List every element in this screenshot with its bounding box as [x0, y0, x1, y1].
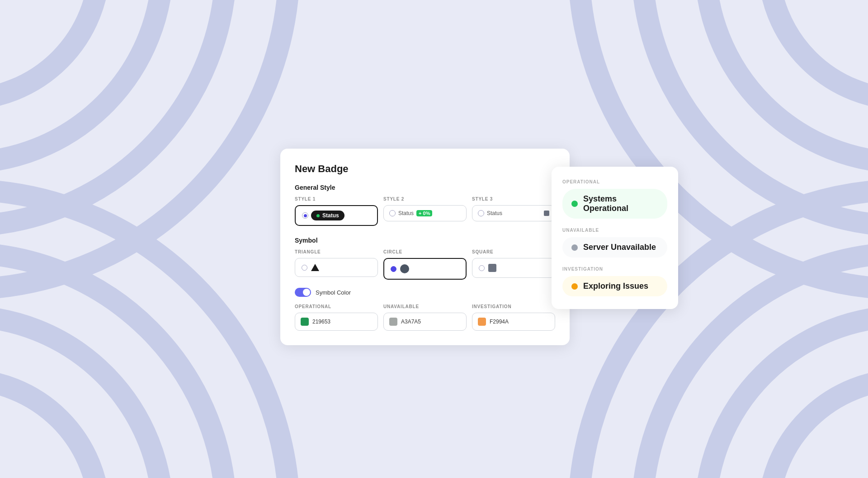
unavailable-dot: [571, 244, 578, 251]
square-radio: [479, 265, 485, 271]
svg-point-1: [0, 0, 163, 163]
style3-square-icon: [544, 211, 549, 216]
investigation-color-sublabel: INVESTIGATION: [472, 304, 555, 309]
preview-unavailable: UNAVAILABLE Server Unavailable: [562, 228, 667, 258]
panel-title: New Badge: [295, 163, 555, 175]
triangle-sublabel: TRIANGLE: [295, 249, 378, 254]
style2-radio: [389, 210, 396, 216]
style1-col: STYLE 1 Status: [295, 197, 378, 226]
triangle-radio: [302, 265, 307, 271]
style3-option[interactable]: Status: [472, 205, 555, 221]
square-option[interactable]: [472, 258, 555, 278]
style-row: STYLE 1 Status STYLE 2 Status: [295, 197, 555, 226]
style1-sublabel: STYLE 1: [295, 197, 378, 202]
style2-col: STYLE 2 Status + 0%: [383, 197, 467, 226]
preview-operational: OPERATIONAL Systems Operational: [562, 179, 667, 219]
operational-color-input[interactable]: 219653: [295, 313, 378, 331]
svg-point-4: [769, 0, 868, 99]
symbol-triangle-col: TRIANGLE: [295, 249, 378, 280]
general-style-label: General Style: [295, 184, 555, 191]
unavailable-color-sublabel: UNAVAILABLE: [383, 304, 467, 309]
square-icon: [488, 264, 496, 272]
preview-operational-label: OPERATIONAL: [562, 179, 667, 184]
style2-text: Status: [398, 210, 414, 216]
square-sublabel: SQUARE: [472, 249, 555, 254]
svg-point-0: [0, 0, 99, 99]
investigation-swatch: [478, 318, 486, 326]
style2-badge: + 0%: [416, 210, 432, 216]
style2-option[interactable]: Status + 0%: [383, 205, 467, 221]
svg-point-13: [705, 316, 868, 478]
style3-col: STYLE 3 Status: [472, 197, 555, 226]
operational-swatch: [301, 318, 309, 326]
svg-point-12: [769, 380, 868, 478]
investigation-text: Exploring Issues: [583, 281, 648, 291]
new-badge-panel: New Badge General Style STYLE 1 Status: [280, 149, 570, 345]
svg-point-3: [0, 0, 289, 289]
unavailable-text: Server Unavailable: [583, 243, 656, 252]
svg-point-10: [0, 253, 226, 478]
investigation-color-input[interactable]: F2994A: [472, 313, 555, 331]
operational-color-col: OPERATIONAL 219653: [295, 304, 378, 331]
symbol-row: TRIANGLE CIRCLE SQUARE: [295, 249, 555, 280]
symbol-label: Symbol: [295, 237, 555, 244]
svg-point-11: [0, 190, 289, 478]
style2-sublabel: STYLE 2: [383, 197, 467, 202]
style1-dot-outer: [302, 212, 308, 219]
style1-dot-inner: [304, 214, 307, 217]
unavailable-color-col: UNAVAILABLE A3A7A5: [383, 304, 467, 331]
investigation-color-col: INVESTIGATION F2994A: [472, 304, 555, 331]
preview-unavailable-label: UNAVAILABLE: [562, 228, 667, 233]
operational-color-value: 219653: [312, 319, 330, 325]
investigation-color-value: F2994A: [490, 319, 509, 325]
svg-point-2: [0, 0, 226, 226]
operational-text: Systems Operational: [583, 194, 658, 213]
preview-operational-badge: Systems Operational: [562, 189, 667, 219]
pill-dot: [316, 214, 320, 217]
toggle-knob: [303, 289, 310, 296]
symbol-color-label: Symbol Color: [316, 289, 351, 296]
style3-text: Status: [487, 210, 541, 216]
style3-radio: [478, 210, 484, 216]
main-container: New Badge General Style STYLE 1 Status: [280, 149, 588, 329]
investigation-dot: [571, 283, 578, 290]
unavailable-color-input[interactable]: A3A7A5: [383, 313, 467, 331]
svg-point-8: [0, 380, 99, 478]
circle-option[interactable]: [383, 258, 467, 280]
operational-color-sublabel: OPERATIONAL: [295, 304, 378, 309]
preview-unavailable-badge: Server Unavailable: [562, 237, 667, 258]
circle-radio: [391, 266, 396, 272]
symbol-color-toggle[interactable]: [295, 288, 311, 297]
preview-investigation-badge: Exploring Issues: [562, 276, 667, 296]
color-row: OPERATIONAL 219653 UNAVAILABLE A3A7A5 IN…: [295, 304, 555, 331]
unavailable-swatch: [389, 318, 397, 326]
circle-sublabel: CIRCLE: [383, 249, 467, 254]
unavailable-color-value: A3A7A5: [401, 319, 421, 325]
triangle-option[interactable]: [295, 258, 378, 277]
style1-option[interactable]: Status: [295, 205, 378, 226]
preview-investigation-label: INVESTIGATION: [562, 267, 667, 272]
preview-panel: OPERATIONAL Systems Operational UNAVAILA…: [552, 167, 678, 309]
svg-point-9: [0, 316, 163, 478]
symbol-circle-col: CIRCLE: [383, 249, 467, 280]
triangle-icon: [311, 264, 319, 271]
svg-point-5: [705, 0, 868, 163]
symbol-color-row: Symbol Color: [295, 288, 555, 297]
operational-dot: [571, 201, 578, 207]
circle-icon: [400, 264, 409, 273]
style3-sublabel: STYLE 3: [472, 197, 555, 202]
style1-badge: Status: [311, 211, 344, 220]
preview-investigation: INVESTIGATION Exploring Issues: [562, 267, 667, 296]
symbol-square-col: SQUARE: [472, 249, 555, 280]
style1-badge-text: Status: [322, 212, 339, 219]
